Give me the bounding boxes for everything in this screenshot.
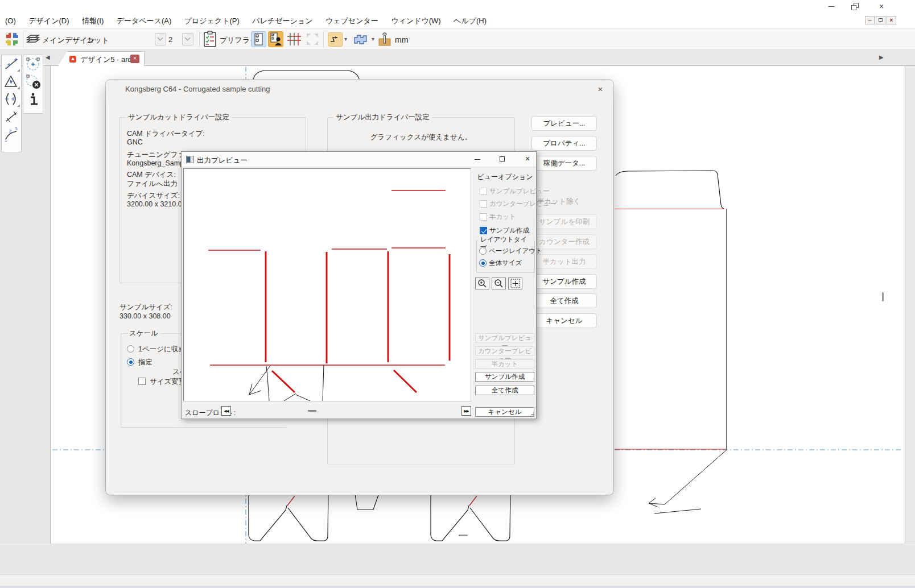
- menu-item-help[interactable]: ヘルプ(H): [448, 13, 492, 26]
- counter-preview-checkbox: [480, 200, 487, 208]
- preview-minimize-button[interactable]: [469, 152, 486, 166]
- menu-item-webcenter[interactable]: ウェブセンター: [320, 13, 384, 26]
- add-point-tool[interactable]: [23, 55, 43, 73]
- window-minimize-button[interactable]: [824, 1, 839, 11]
- make-sample-label[interactable]: サンプル作成: [489, 226, 529, 235]
- pv-cancel-button[interactable]: キャンセル: [475, 407, 534, 417]
- tab-nav-right-icon[interactable]: ▶: [879, 54, 884, 60]
- layers-icon[interactable]: [26, 34, 40, 45]
- mdi-close-button[interactable]: ×: [887, 16, 896, 24]
- restore-icon-front: [851, 5, 856, 10]
- app-titlebar: ×: [0, 0, 915, 13]
- operation-data-button[interactable]: 稼働データ...: [531, 156, 597, 171]
- slope-slider-thumb[interactable]: [308, 410, 316, 412]
- zoom-in-button[interactable]: [475, 278, 489, 289]
- cancel-button[interactable]: キャンセル: [531, 313, 597, 328]
- device-size-label: デバイスサイズ:: [127, 191, 180, 201]
- numbered-curve-tool[interactable]: 123: [2, 126, 21, 143]
- page-layout-label[interactable]: ページレイアウト: [489, 247, 542, 255]
- document-tab-bar: ◀ デザイン5 - ard × ▶: [0, 50, 915, 66]
- make-sample-button[interactable]: サンプル作成: [531, 274, 597, 289]
- page-layout-radio[interactable]: [479, 247, 487, 255]
- zigzag-tool-button[interactable]: [328, 32, 343, 47]
- resize-grip[interactable]: [529, 412, 535, 417]
- dialog-title: Kongsberg C64 - Corrugated sample cuttin…: [125, 85, 270, 93]
- window-close-button[interactable]: ×: [874, 1, 889, 11]
- half-cut-output-button: 半カット出力: [531, 254, 597, 269]
- group-label: スケール: [127, 329, 160, 338]
- info-tool[interactable]: [23, 90, 43, 108]
- full-size-label[interactable]: 全体サイズ: [489, 259, 522, 267]
- preview-maximize-button[interactable]: [494, 152, 511, 166]
- svg-text:2: 2: [9, 129, 12, 134]
- tool-depth-icon[interactable]: [378, 32, 391, 47]
- menu-item-info[interactable]: 情報(I): [77, 13, 109, 26]
- menu-item-design[interactable]: デザイン(D): [23, 13, 74, 26]
- delete-point-tool[interactable]: [23, 73, 43, 90]
- scale-fit-radio[interactable]: [127, 345, 134, 353]
- tab-title: デザイン5 - ard: [80, 55, 132, 65]
- group-label: サンプルカットドライバー設定: [126, 113, 232, 122]
- checklist-button[interactable]: [251, 31, 266, 47]
- resize-checkbox[interactable]: [138, 378, 146, 385]
- cone-tool[interactable]: [2, 73, 21, 90]
- minimize-icon: [829, 6, 835, 7]
- output-preview-dialog: 出力プレビュー ×: [181, 151, 537, 419]
- slope-rewind-button[interactable]: ◀◀: [221, 406, 231, 416]
- tab-nav-left-icon[interactable]: ◀: [46, 54, 50, 60]
- cut-label[interactable]: カット: [86, 35, 109, 45]
- status-band: [0, 544, 915, 574]
- zoom-out-button[interactable]: [492, 278, 506, 289]
- pv-make-all-button[interactable]: 全て作成: [475, 386, 534, 395]
- menu-item-o[interactable]: (O): [0, 13, 21, 25]
- window-restore-button[interactable]: [849, 1, 864, 11]
- zoom-fit-button[interactable]: [508, 278, 522, 289]
- flyout-indicator: [17, 104, 20, 107]
- slope-forward-button[interactable]: ▶▶: [461, 406, 471, 416]
- preview-button[interactable]: プレビュー...: [531, 116, 597, 131]
- dialog-close-button[interactable]: ×: [594, 83, 607, 96]
- print-sample-button: サンプルを印刷: [531, 214, 597, 229]
- tab-close-button[interactable]: ×: [130, 55, 139, 63]
- nick-grid-icon[interactable]: [286, 31, 302, 47]
- resize-label[interactable]: サイズ変更: [150, 377, 186, 387]
- preview-plot-area[interactable]: [183, 168, 471, 401]
- line-tool[interactable]: [2, 108, 21, 126]
- make-sample-checkbox[interactable]: [480, 227, 487, 234]
- caret-down-icon[interactable]: ▾: [344, 36, 347, 42]
- panel-shape-icon[interactable]: [353, 33, 370, 47]
- full-size-radio[interactable]: [479, 259, 487, 267]
- menu-item-project[interactable]: プロジェクト(P): [179, 13, 245, 26]
- close-icon: ×: [525, 154, 530, 163]
- layer-spinner-left[interactable]: [155, 33, 166, 45]
- angle-line-tool[interactable]: [2, 55, 21, 73]
- menu-bar: (O) デザイン(D) 情報(I) データベース(A) プロジェクト(P) パレ…: [0, 13, 915, 28]
- caret-down-icon[interactable]: ▾: [372, 36, 374, 42]
- canvas-right-gutter: [905, 66, 915, 544]
- status-bar: [0, 574, 915, 586]
- menu-item-window[interactable]: ウィンドウ(W): [386, 13, 446, 26]
- device-size-value: 3200.00 x 3210.00: [127, 200, 186, 208]
- pv-make-sample-button[interactable]: サンプル作成: [475, 372, 534, 382]
- layout-arrows-icon[interactable]: [5, 32, 19, 47]
- tab-close-icon: ×: [133, 55, 137, 61]
- mdi-restore-button[interactable]: [876, 16, 885, 24]
- properties-button[interactable]: プロパティ...: [531, 136, 597, 151]
- checklist-user-button[interactable]: [268, 31, 283, 47]
- mdi-minimize-button[interactable]: –: [865, 16, 875, 24]
- arc-tool[interactable]: [2, 90, 21, 108]
- scale-specify-radio[interactable]: [127, 358, 134, 366]
- layer-spinner-right[interactable]: [182, 33, 193, 45]
- sample-size-label: サンプルサイズ:: [119, 303, 172, 312]
- scale-specify-label[interactable]: 指定: [138, 358, 152, 367]
- pv-half-cut-button: 半カット: [475, 359, 534, 368]
- menu-item-palletization[interactable]: パレチゼーション: [247, 13, 318, 26]
- layout-type-group: レイアウトタイプ ページレイアウト 全体サイズ: [476, 240, 535, 273]
- slope-slider-track[interactable]: [233, 406, 460, 416]
- document-tab[interactable]: デザイン5 - ard ×: [58, 51, 145, 66]
- make-all-button[interactable]: 全て作成: [531, 293, 597, 308]
- preflight-clipboard-icon[interactable]: [203, 31, 217, 48]
- menu-item-database[interactable]: データベース(A): [112, 13, 177, 26]
- preview-titlebar[interactable]: 出力プレビュー ×: [182, 152, 536, 167]
- preview-close-button[interactable]: ×: [519, 152, 536, 166]
